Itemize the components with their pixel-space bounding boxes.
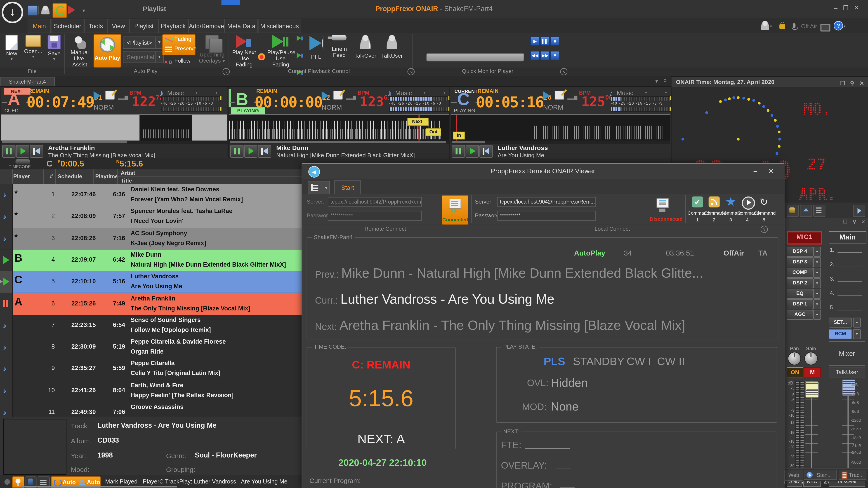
play-intro-icon-button[interactable] — [297, 35, 303, 41]
deck-b-misc-icon[interactable] — [346, 96, 356, 100]
deck-c-wave-scrollbar[interactable] — [451, 140, 670, 144]
channel-on-button[interactable]: ON — [786, 367, 803, 377]
deck-c-remain-label[interactable]: REMAIN — [477, 88, 498, 94]
deck-a-cue-button[interactable] — [30, 145, 43, 158]
dsp1-caret-icon[interactable]: ▾ — [813, 299, 821, 309]
horizontal-scrollbar[interactable] — [22, 486, 177, 487]
maximize-icon[interactable]: ❐ — [840, 78, 845, 89]
talkover-button[interactable]: TalkOver — [353, 35, 377, 59]
tab-meta-data[interactable]: Meta Data — [225, 19, 258, 33]
set-button[interactable]: SET... — [829, 318, 852, 328]
options-caret-icon[interactable]: ▾ — [665, 90, 667, 95]
deck-b-cue-button[interactable] — [258, 145, 271, 158]
remote-server-input[interactable]: tcpex://localhost:9042/ProppFrexxRemot..… — [328, 197, 422, 207]
col-schedule[interactable]: Schedule — [58, 173, 82, 180]
save-button[interactable]: Save ▾ — [46, 35, 62, 61]
deck-a-play-button[interactable] — [16, 145, 29, 158]
deck-a-edit-icon[interactable] — [105, 91, 115, 100]
app-menu-button[interactable]: ↓ — [2, 2, 23, 23]
playlist-row[interactable]: ♪ *222:08:097:57Spencer Morales feat. Ta… — [0, 206, 302, 228]
play-next-use-fading-button[interactable]: Play Next Use Fading — [231, 35, 257, 67]
play-mid-icon-button[interactable] — [297, 53, 303, 59]
playlist-row[interactable]: ♪ *122:07:466:36Daniel Klein feat. Stee … — [0, 184, 302, 207]
deck-a-misc-icon[interactable] — [118, 96, 128, 100]
talkuser-button[interactable]: TalkUser — [829, 367, 865, 378]
tab-tools[interactable]: Tools — [84, 19, 107, 33]
deck-c-cue-button[interactable] — [479, 145, 493, 158]
dsp3-caret-icon[interactable]: ▾ — [813, 257, 821, 267]
dsp4-caret-icon[interactable]: ▾ — [813, 247, 821, 257]
paint-tool-icon[interactable] — [786, 205, 799, 217]
connected-button[interactable]: Connected — [442, 195, 468, 225]
command-3-button[interactable]: ★ Command3 — [723, 195, 739, 223]
group-expand-icon[interactable]: ↘ — [560, 68, 567, 75]
command-4-button[interactable]: Command4 — [740, 195, 755, 223]
deck-b-timer[interactable]: 00:00:0012 — [255, 94, 330, 111]
close-icon[interactable]: ✕ — [768, 167, 774, 175]
command-2-button[interactable]: Command2 — [706, 195, 722, 223]
lock-icon[interactable] — [779, 24, 785, 29]
deck-c-norm[interactable]: NORM — [543, 103, 563, 111]
app-menu-button[interactable]: ▾ — [308, 181, 330, 194]
tab-playlist[interactable]: Playlist — [129, 19, 158, 33]
linein-feed-button[interactable]: LineIn Feed — [328, 35, 351, 58]
deck-b-wave-scrollbar[interactable] — [229, 140, 449, 144]
main-bus-header[interactable]: Main — [829, 231, 866, 243]
help-icon[interactable]: ? — [834, 21, 843, 31]
disconnected-button[interactable]: Disconnected — [650, 195, 675, 223]
sequential-dropdown[interactable]: Sequential ▾ — [123, 51, 164, 63]
tab-shakefm-part4[interactable]: ShakeFM-Part4 — [0, 77, 55, 87]
maximize-icon[interactable]: ❐ — [843, 219, 848, 225]
dsp4-button[interactable]: DSP 4 — [786, 247, 813, 257]
playlist-row[interactable]: ♪ 1022:41:268:04Earth, Wind & FireHappy … — [0, 380, 302, 402]
playlist-row[interactable]: ♪ 822:30:095:19Peppe Citarella & Davide … — [0, 336, 302, 359]
tab-view[interactable]: View — [107, 19, 129, 33]
playlist-row[interactable]: ♪ 922:35:275:59Peppe CitarellaCelia Y Ti… — [0, 358, 302, 381]
playlist-row-deck-c[interactable]: C522:10:105:16Luther VandrossAre You Usi… — [0, 271, 302, 293]
mixer-button[interactable]: Mixer — [829, 341, 865, 366]
monitor-forward-button[interactable]: ▶▶ — [540, 51, 550, 60]
monitor-eject-button[interactable]: ▼ — [550, 51, 560, 60]
command-5-button[interactable]: ↻ Command5 — [756, 195, 772, 223]
grid-tool-icon[interactable] — [813, 205, 826, 217]
gain-knob[interactable] — [804, 352, 817, 365]
group-expand-icon[interactable]: ↘ — [407, 68, 414, 75]
col-artist[interactable]: Artist — [121, 170, 135, 176]
monitor-icon[interactable] — [820, 24, 830, 31]
agc-caret-icon[interactable]: ▾ — [813, 310, 821, 320]
trac-tab[interactable]: Trac... — [839, 470, 866, 480]
new-button[interactable]: New ▾ — [3, 35, 20, 61]
deck-b-channel[interactable]: Music — [395, 90, 412, 96]
deck-c-timer[interactable]: 00:05:1626 — [476, 94, 552, 111]
deck-c-misc-icon[interactable] — [567, 96, 577, 100]
col-num[interactable]: # — [50, 173, 53, 180]
eject-tool-icon[interactable] — [800, 205, 812, 217]
comp-button[interactable]: COMP — [786, 268, 813, 278]
user-icon[interactable] — [761, 21, 769, 30]
deck-c-waveform[interactable]: In — [451, 115, 670, 140]
manual-live-assist-button[interactable]: Manual Live-Assist — [67, 35, 92, 67]
set-caret-icon[interactable]: ▾ — [853, 318, 861, 328]
eq-caret-icon[interactable]: ▾ — [813, 289, 821, 299]
rcm-button[interactable]: RCM — [829, 329, 852, 339]
col-title[interactable]: Title — [121, 177, 132, 184]
group-expand-icon[interactable]: ↘ — [222, 68, 230, 75]
pfl-button[interactable]: PFL — [306, 35, 326, 60]
options-caret-icon[interactable]: ▾ — [443, 90, 446, 95]
deck-c-play-button[interactable] — [466, 145, 479, 158]
upcoming-overlays-button[interactable]: Upcoming Overlays ▾ — [197, 35, 226, 64]
mic-icon[interactable] — [793, 23, 796, 28]
dialog-titlebar[interactable]: ◀ ProppFrexx Remote ONAIR Viewer – ✕ — [302, 164, 784, 180]
deck-c-channel[interactable]: Music — [617, 90, 633, 96]
deck-b-norm[interactable]: NORM — [322, 103, 342, 111]
dsp2-button[interactable]: DSP 2 — [786, 278, 813, 288]
eq-button[interactable]: EQ — [786, 289, 813, 299]
tab-add-remove[interactable]: Add/Remove — [188, 19, 225, 33]
monitor-volume-slider[interactable] — [426, 53, 524, 61]
col-playtime[interactable]: Playtime — [95, 173, 118, 180]
monitor-pause-button[interactable]: ▌▌ — [540, 37, 550, 46]
group-expand-icon[interactable]: ↘ — [761, 226, 768, 233]
talkuser-button[interactable]: TalkUser — [380, 35, 404, 59]
play-tool-icon[interactable] — [853, 205, 865, 217]
deck-b-pause-button[interactable] — [230, 145, 244, 158]
